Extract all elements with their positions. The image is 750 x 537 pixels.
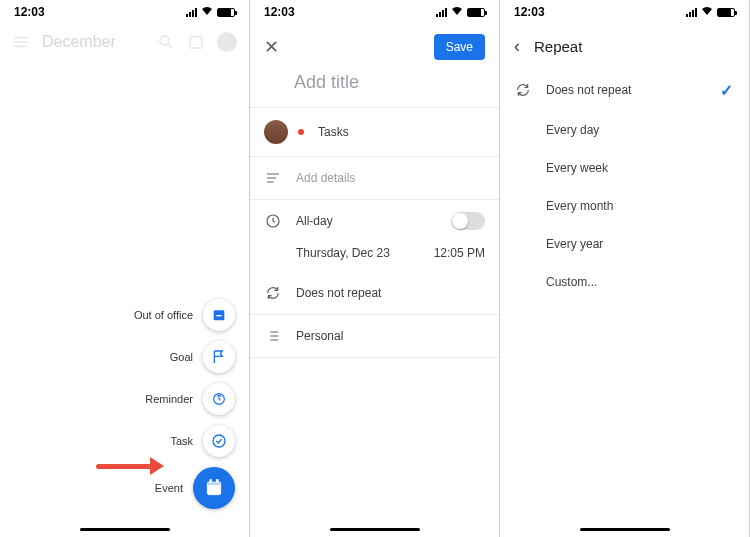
tasks-label: Tasks <box>318 125 485 139</box>
option-label: Does not repeat <box>546 83 631 97</box>
option-custom[interactable]: Custom... <box>500 263 749 301</box>
option-every-year[interactable]: Every year <box>500 225 749 263</box>
check-icon: ✓ <box>720 81 733 100</box>
home-indicator <box>330 528 420 531</box>
date-value: Thursday, Dec 23 <box>296 246 390 260</box>
option-does-not-repeat[interactable]: Does not repeat ✓ <box>500 69 749 111</box>
wifi-icon <box>201 6 213 18</box>
svg-point-0 <box>160 36 169 45</box>
details-placeholder: Add details <box>296 171 355 185</box>
list-icon <box>264 327 282 345</box>
month-label: December <box>42 33 145 51</box>
status-bar: 12:03 <box>500 0 749 24</box>
repeat-icon <box>514 81 532 99</box>
status-indicators <box>686 6 735 18</box>
option-label: Custom... <box>546 275 597 289</box>
status-bar: 12:03 <box>0 0 249 24</box>
allday-label: All-day <box>296 214 437 228</box>
status-indicators <box>436 6 485 18</box>
fab-event[interactable]: Event <box>155 467 235 509</box>
fab-main-button[interactable] <box>193 467 235 509</box>
option-label: Every month <box>546 199 613 213</box>
menu-icon <box>12 33 30 51</box>
status-time: 12:03 <box>14 5 45 19</box>
option-label: Every day <box>546 123 599 137</box>
save-button[interactable]: Save <box>434 34 485 60</box>
reminder-icon <box>211 391 227 407</box>
screen-calendar-fab: 12:03 December Out of office <box>0 0 250 537</box>
option-label: Every week <box>546 161 608 175</box>
profile-avatar <box>217 32 237 52</box>
option-every-month[interactable]: Every month <box>500 187 749 225</box>
svg-point-4 <box>213 435 225 447</box>
close-button[interactable]: ✕ <box>264 36 279 58</box>
battery-icon <box>217 8 235 17</box>
flag-icon <box>211 349 227 365</box>
battery-icon <box>717 8 735 17</box>
battery-icon <box>467 8 485 17</box>
details-row[interactable]: Add details <box>250 157 499 199</box>
back-button[interactable]: ‹ <box>514 36 520 57</box>
status-time: 12:03 <box>264 5 295 19</box>
status-time: 12:03 <box>514 5 545 19</box>
list-row[interactable]: Personal <box>250 315 499 357</box>
fab-reminder[interactable]: Reminder <box>145 383 235 415</box>
svg-rect-3 <box>216 315 221 316</box>
screen-new-task: 12:03 ✕ Save Add title Tasks Add details… <box>250 0 500 537</box>
repeat-row[interactable]: Does not repeat <box>250 272 499 314</box>
notes-icon <box>264 169 282 187</box>
list-value: Personal <box>296 329 485 343</box>
fab-out-of-office[interactable]: Out of office <box>134 299 235 331</box>
option-every-day[interactable]: Every day <box>500 111 749 149</box>
screen-repeat-options: 12:03 ‹ Repeat Does not repeat ✓ Every d… <box>500 0 750 537</box>
out-of-office-icon <box>211 307 227 323</box>
allday-toggle[interactable] <box>451 212 485 230</box>
account-avatar <box>264 120 288 144</box>
fab-menu: Out of office Goal Reminder Task Event <box>134 299 235 509</box>
fab-goal[interactable]: Goal <box>170 341 235 373</box>
fab-task[interactable]: Task <box>170 425 235 457</box>
time-value: 12:05 PM <box>434 246 485 260</box>
repeat-value: Does not repeat <box>296 286 485 300</box>
calendar-background-dim: December <box>0 24 249 60</box>
task-icon <box>211 433 227 449</box>
calendar-icon <box>204 478 224 498</box>
wifi-icon <box>701 6 713 18</box>
home-indicator <box>80 528 170 531</box>
status-indicators <box>186 6 235 18</box>
account-row[interactable]: Tasks <box>250 108 499 156</box>
search-icon <box>157 33 175 51</box>
title-input[interactable]: Add title <box>250 70 499 107</box>
repeat-icon <box>264 284 282 302</box>
svg-rect-8 <box>207 482 220 485</box>
cellular-icon <box>686 8 697 17</box>
cellular-icon <box>186 8 197 17</box>
clock-icon <box>264 212 282 230</box>
wifi-icon <box>451 6 463 18</box>
svg-rect-1 <box>190 37 202 48</box>
option-label: Every year <box>546 237 603 251</box>
tasks-color-dot <box>298 129 304 135</box>
home-indicator <box>580 528 670 531</box>
today-icon <box>187 33 205 51</box>
datetime-row[interactable]: Thursday, Dec 23 12:05 PM <box>250 242 499 272</box>
page-title: Repeat <box>534 38 582 55</box>
cellular-icon <box>436 8 447 17</box>
allday-row[interactable]: All-day <box>250 200 499 242</box>
status-bar: 12:03 <box>250 0 499 24</box>
option-every-week[interactable]: Every week <box>500 149 749 187</box>
